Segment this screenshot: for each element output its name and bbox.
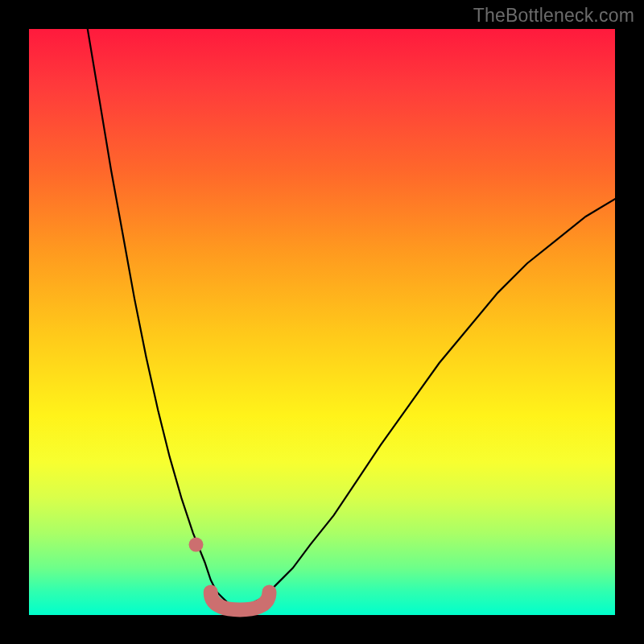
curve-right-branch xyxy=(246,199,615,606)
curve-layer xyxy=(29,29,615,615)
marker-left-dot xyxy=(189,538,204,552)
chart-stage: TheBottleneck.com xyxy=(0,0,644,644)
curve-left-branch xyxy=(88,29,234,606)
watermark-text: TheBottleneck.com xyxy=(473,5,634,27)
plot-area xyxy=(29,29,615,615)
